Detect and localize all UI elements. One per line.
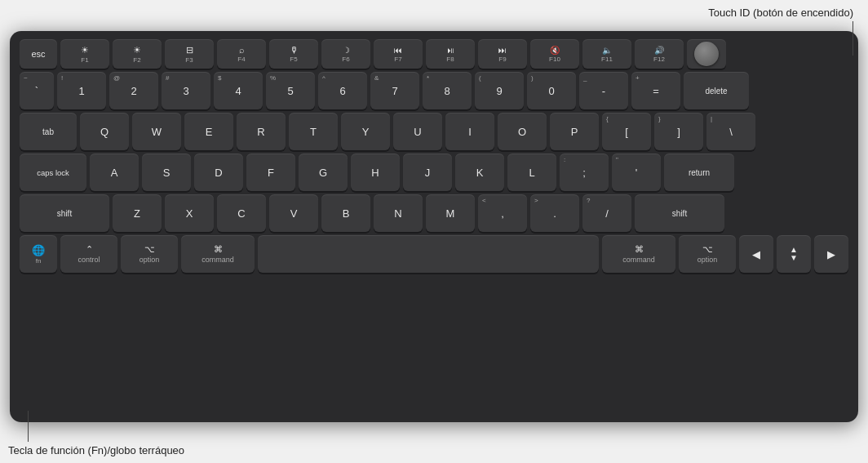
key-r[interactable]: R [237,113,286,150]
key-shift-left[interactable]: shift [20,194,109,232]
key-return[interactable]: return [664,154,734,191]
key-command-left[interactable]: ⌘ command [181,235,255,273]
key-f4[interactable]: ⌕ F4 [217,39,266,69]
key-touch-id[interactable] [687,39,726,69]
key-l[interactable]: L [507,154,556,191]
key-0[interactable]: ) 0 [527,72,576,109]
key-a[interactable]: A [90,154,139,191]
key-option-right[interactable]: ⌥ option [679,235,736,273]
key-w[interactable]: W [132,113,181,150]
key-d[interactable]: D [194,154,243,191]
key-e[interactable]: E [184,113,233,150]
touch-id-annotation: Touch ID (botón de encendido) [708,7,853,19]
key-s[interactable]: S [142,154,191,191]
key-arrow-up-down[interactable]: ▲ ▼ [777,235,811,273]
key-f[interactable]: F [246,154,295,191]
key-delete[interactable]: delete [684,72,749,109]
key-f9[interactable]: ⏭ F9 [478,39,527,69]
key-backtick[interactable]: ~ ` [20,72,54,109]
key-o[interactable]: O [498,113,547,150]
key-control[interactable]: ⌃ control [60,235,117,273]
keyboard: esc ☀ F1 ☀ F2 ⊟ F3 ⌕ F4 🎙 F5 ☽ F6 ⏮ F7 [10,31,858,422]
key-2[interactable]: @ 2 [109,72,158,109]
key-f8[interactable]: ⏯ F8 [426,39,475,69]
key-period[interactable]: > . [530,194,579,232]
key-semicolon[interactable]: : ; [560,154,609,191]
key-caps-lock[interactable]: caps lock [20,154,86,191]
key-c[interactable]: C [217,194,266,232]
key-u[interactable]: U [393,113,442,150]
key-6[interactable]: ^ 6 [318,72,367,109]
key-b[interactable]: B [321,194,370,232]
key-h[interactable]: H [351,154,400,191]
key-slash[interactable]: ? / [582,194,631,232]
number-row: ~ ` ! 1 @ 2 # 3 $ 4 % 5 ^ 6 & 7 [20,72,848,109]
key-minus[interactable]: _ - [579,72,628,109]
key-n[interactable]: N [374,194,423,232]
key-t[interactable]: T [289,113,338,150]
key-m[interactable]: M [426,194,475,232]
key-command-right[interactable]: ⌘ command [602,235,675,273]
key-f1[interactable]: ☀ F1 [60,39,109,69]
key-bracket-close[interactable]: } ] [654,113,703,150]
key-space[interactable] [258,235,599,273]
key-p[interactable]: P [550,113,599,150]
key-g[interactable]: G [299,154,348,191]
key-f10[interactable]: 🔇 F10 [530,39,579,69]
touch-id-circle [694,42,719,66]
key-3[interactable]: # 3 [162,72,210,109]
qwerty-row: tab Q W E R T Y U I O P { [ } ] | \ [20,113,848,150]
key-9[interactable]: ( 9 [475,72,524,109]
key-f12[interactable]: 🔊 F12 [635,39,684,69]
key-option-left[interactable]: ⌥ option [121,235,178,273]
asdf-row: caps lock A S D F G H J K L : ; " ' retu… [20,154,848,191]
key-backslash[interactable]: | \ [706,113,755,150]
key-esc[interactable]: esc [20,39,57,69]
key-1[interactable]: ! 1 [57,72,106,109]
bottom-row: 🌐 fn ⌃ control ⌥ option ⌘ command ⌘ comm… [20,235,848,273]
key-f11[interactable]: 🔈 F11 [582,39,631,69]
key-comma[interactable]: < , [478,194,527,232]
key-4[interactable]: $ 4 [214,72,263,109]
key-f2[interactable]: ☀ F2 [113,39,162,69]
key-8[interactable]: * 8 [423,72,472,109]
key-5[interactable]: % 5 [266,72,315,109]
key-quote[interactable]: " ' [612,154,661,191]
key-tab[interactable]: tab [20,113,77,150]
zxcv-row: shift Z X C V B N M < , > . ? / shift [20,194,848,232]
key-v[interactable]: V [269,194,318,232]
key-f7[interactable]: ⏮ F7 [374,39,423,69]
key-equals[interactable]: + = [631,72,680,109]
key-shift-right[interactable]: shift [635,194,724,232]
key-f5[interactable]: 🎙 F5 [269,39,318,69]
key-k[interactable]: K [455,154,504,191]
fn-globe-annotation: Tecla de función (Fn)/globo terráqueo [8,444,184,456]
key-f6[interactable]: ☽ F6 [321,39,370,69]
key-fn-globe[interactable]: 🌐 fn [20,235,57,273]
key-q[interactable]: Q [80,113,129,150]
key-bracket-open[interactable]: { [ [602,113,651,150]
key-z[interactable]: Z [113,194,162,232]
key-f3[interactable]: ⊟ F3 [165,39,214,69]
key-arrow-left[interactable]: ◀ [739,235,773,273]
key-x[interactable]: X [165,194,214,232]
key-7[interactable]: & 7 [370,72,419,109]
key-j[interactable]: J [403,154,452,191]
key-arrow-right[interactable]: ▶ [814,235,848,273]
key-i[interactable]: I [445,113,494,150]
key-y[interactable]: Y [341,113,390,150]
fn-row: esc ☀ F1 ☀ F2 ⊟ F3 ⌕ F4 🎙 F5 ☽ F6 ⏮ F7 [20,39,848,69]
